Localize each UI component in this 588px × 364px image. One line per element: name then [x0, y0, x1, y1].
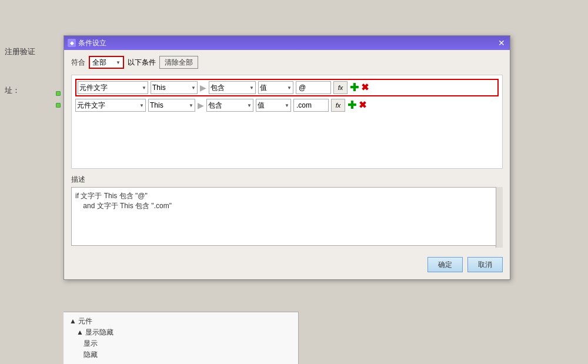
condition-row-1: 元件文字 ▼ This ▼ ▶ 包含 ▼ 值 ▼ fx: [75, 79, 499, 96]
cond1-value-input[interactable]: [296, 81, 331, 94]
clear-all-button[interactable]: 清除全部: [159, 56, 198, 69]
tree-item-show-hide: ▲ 显示隐藏: [69, 327, 292, 338]
cond2-value-input[interactable]: [293, 99, 329, 112]
bottom-buttons: 确定 取消: [71, 253, 503, 273]
cond2-col3-select[interactable]: 包含 ▼: [206, 99, 253, 112]
tree-item-hide: 隐藏: [69, 349, 292, 360]
dialog-body: 符合 全部 ▼ 以下条件 清除全部 元件文字 ▼ This ▼ ▶: [64, 50, 510, 279]
dot2: [56, 103, 61, 108]
cond1-col2-select[interactable]: This ▼: [151, 81, 198, 94]
description-scrollbar[interactable]: [496, 187, 503, 248]
description-section: 描述 if 文字于 This 包含 "@" and 文字于 This 包含 ".…: [71, 175, 503, 248]
cond1-col1-select[interactable]: 元件文字 ▼: [78, 81, 148, 94]
cond2-delete-button[interactable]: ✖: [359, 101, 366, 110]
top-row: 符合 全部 ▼ 以下条件 清除全部: [71, 56, 503, 69]
match-dropdown-arrow: ▼: [116, 60, 121, 65]
cond2-col4-select[interactable]: 值 ▼: [256, 99, 291, 112]
cond1-add-icon: ✚: [350, 82, 359, 93]
cond1-delete-button[interactable]: ✖: [361, 83, 369, 92]
bottom-tree-panel: ▲ 元件 ▲ 显示隐藏 显示 隐藏: [64, 312, 299, 364]
dialog-close-button[interactable]: ✕: [497, 38, 506, 48]
cond2-col2-select[interactable]: This ▼: [148, 99, 195, 112]
dot1: [56, 91, 61, 96]
match-label: 符合: [71, 58, 85, 68]
cond1-del-icon: ✖: [361, 82, 369, 92]
dialog-title: 条件设立: [78, 38, 106, 48]
sidebar-addr-label: 址：: [5, 85, 20, 96]
cond2-arrow: ▶: [198, 101, 204, 110]
cond1-col4-select[interactable]: 值 ▼: [258, 81, 293, 94]
cond1-col3-select[interactable]: 包含 ▼: [209, 81, 256, 94]
cond2-add-button[interactable]: ✚: [348, 100, 356, 111]
title-icon: ◆: [68, 39, 76, 47]
cond1-add-button[interactable]: ✚: [350, 82, 359, 93]
cond2-del-icon: ✖: [359, 100, 366, 110]
tree-item-element: ▲ 元件: [69, 316, 292, 327]
description-wrapper: if 文字于 This 包含 "@" and 文字于 This 包含 ".com…: [71, 187, 503, 248]
condition-text: 以下条件: [128, 58, 156, 68]
indicator-dots: [56, 91, 61, 108]
cond1-arrow: ▶: [200, 83, 206, 92]
cancel-button[interactable]: 取消: [467, 257, 503, 272]
cond2-fx-button[interactable]: fx: [331, 99, 345, 112]
description-textarea[interactable]: if 文字于 This 包含 "@" and 文字于 This 包含 ".com…: [71, 187, 503, 246]
titlebar-left: ◆ 条件设立: [68, 38, 106, 48]
conditions-area: 元件文字 ▼ This ▼ ▶ 包含 ▼ 值 ▼ fx: [71, 75, 503, 169]
dialog: ◆ 条件设立 ✕ 符合 全部 ▼ 以下条件 清除全部 元件文字 ▼: [64, 35, 510, 280]
tree-item-show: 显示: [69, 338, 292, 349]
cond2-col1-select[interactable]: 元件文字 ▼: [75, 99, 146, 112]
condition-row-2: 元件文字 ▼ This ▼ ▶ 包含 ▼ 值 ▼ fx: [75, 99, 499, 112]
titlebar: ◆ 条件设立 ✕: [64, 36, 510, 50]
ok-button[interactable]: 确定: [427, 257, 463, 272]
cond1-fx-button[interactable]: fx: [333, 81, 348, 94]
sidebar-text-label: 注册验证: [5, 46, 35, 58]
description-label: 描述: [71, 175, 503, 185]
match-select[interactable]: 全部 ▼: [89, 56, 124, 69]
cond2-add-icon: ✚: [348, 99, 356, 111]
